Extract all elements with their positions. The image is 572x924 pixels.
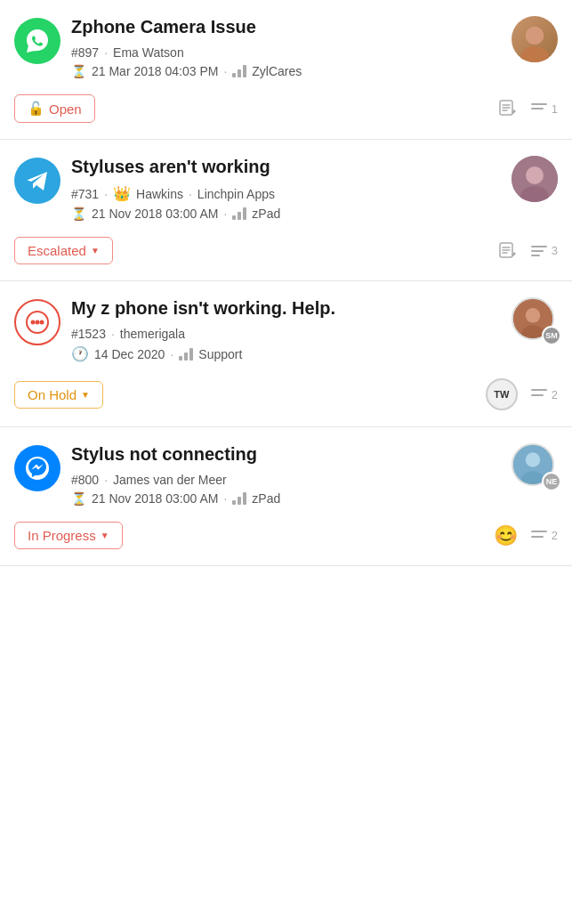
- assignee-2: Hawkins: [136, 187, 183, 201]
- svg-rect-11: [238, 212, 241, 220]
- svg-rect-12: [243, 207, 246, 220]
- list-icon-3: [530, 386, 548, 402]
- date-2: 21 Nov 2018 03:00 AM: [92, 207, 218, 221]
- ticket-id-2: #731: [71, 187, 99, 201]
- ticket-info-3: My z phone isn't working. Help. #1523 · …: [71, 297, 512, 373]
- org-1: ZylCares: [252, 64, 302, 78]
- ticket-title-3: My z phone isn't working. Help.: [71, 297, 512, 320]
- svg-rect-26: [189, 348, 193, 361]
- avatar-badge-3: SM: [542, 326, 561, 345]
- list-icon-2: [530, 243, 548, 259]
- avatar-3: SM: [512, 297, 558, 344]
- list-icon-4: [530, 528, 548, 544]
- svg-point-37: [526, 452, 541, 467]
- clock-icon-3: 🕐: [71, 345, 89, 362]
- crown-icon-2: 👑: [113, 185, 131, 202]
- whatsapp-icon: [14, 18, 60, 64]
- avatar-badge-4: NE: [542, 472, 561, 491]
- company-2: Linchpin Apps: [197, 187, 275, 201]
- ticket-card-4: Stylus not connecting #800 · James van d…: [0, 427, 572, 566]
- svg-rect-1: [238, 69, 241, 77]
- date-3: 14 Dec 2020: [94, 347, 165, 361]
- svg-rect-35: [243, 492, 246, 505]
- svg-point-14: [526, 166, 544, 184]
- edit-action-2[interactable]: [498, 241, 518, 261]
- list-count-1: 1: [552, 102, 558, 116]
- avatar-4: NE: [512, 443, 558, 490]
- avatar-1: [512, 16, 558, 62]
- ticket-info-1: Zphone Camera Issue #897 · Ema Watson ⏳ …: [71, 16, 512, 89]
- svg-rect-2: [243, 65, 246, 77]
- dropdown-arrow-3: ▼: [81, 390, 90, 400]
- date-4: 21 Nov 2018 03:00 AM: [92, 491, 218, 506]
- assignee-4: James van der Meer: [113, 473, 227, 487]
- svg-point-22: [36, 320, 40, 325]
- svg-rect-24: [179, 356, 182, 361]
- list-action-2[interactable]: 3: [530, 243, 558, 259]
- hourglass-icon-1: ⏳: [71, 64, 86, 78]
- ticket-info-2: Styluses aren't working #731 · 👑 Hawkins…: [71, 156, 512, 231]
- list-action-3[interactable]: 2: [530, 386, 558, 402]
- avatar-2: [512, 156, 558, 202]
- svg-point-21: [31, 320, 36, 325]
- status-badge-2[interactable]: Escalated ▼: [14, 237, 113, 264]
- ticket-card-3: My z phone isn't working. Help. #1523 · …: [0, 281, 572, 427]
- helpdesk-icon: [14, 299, 60, 345]
- telegram-icon: [14, 158, 60, 204]
- ticket-id-3: #1523: [71, 327, 106, 341]
- ticket-info-4: Stylus not connecting #800 · James van d…: [71, 443, 512, 516]
- ticket-card-1: Zphone Camera Issue #897 · Ema Watson ⏳ …: [0, 0, 572, 140]
- assignee-1: Ema Watson: [113, 45, 184, 60]
- svg-point-6: [520, 46, 549, 62]
- dropdown-arrow-2: ▼: [91, 246, 100, 255]
- svg-rect-25: [184, 353, 188, 361]
- network-icon-3: [179, 348, 193, 361]
- status-label-2: Escalated: [28, 243, 86, 258]
- org-4: zPad: [252, 491, 280, 506]
- list-count-4: 2: [552, 529, 558, 542]
- hourglass-icon-2: ⏳: [71, 207, 86, 221]
- list-count-2: 3: [552, 244, 558, 257]
- network-icon-4: [232, 492, 246, 505]
- date-1: 21 Mar 2018 04:03 PM: [92, 64, 218, 78]
- hourglass-icon-4: ⏳: [71, 491, 86, 506]
- edit-icon-2: [498, 241, 518, 261]
- dropdown-arrow-4: ▼: [101, 531, 109, 540]
- svg-point-28: [526, 308, 541, 323]
- status-label-4: In Progress: [28, 528, 96, 543]
- ticket-title-2: Styluses aren't working: [71, 156, 512, 178]
- edit-action-1[interactable]: [498, 99, 518, 118]
- status-label-3: On Hold: [28, 387, 77, 402]
- list-icon-1: [530, 101, 548, 117]
- lock-icon-1: 🔓: [28, 101, 44, 117]
- status-badge-1[interactable]: 🔓 Open: [14, 94, 95, 123]
- list-action-4[interactable]: 2: [530, 528, 558, 544]
- messenger-icon: [14, 445, 60, 491]
- ticket-id-4: #800: [71, 473, 99, 487]
- svg-rect-0: [232, 73, 236, 77]
- org-3: Support: [198, 347, 242, 361]
- assignee-3: themerigala: [120, 327, 185, 341]
- tw-avatar: TW: [486, 378, 518, 410]
- list-count-3: 2: [552, 388, 558, 401]
- org-2: zPad: [252, 207, 280, 221]
- network-icon-1: [232, 65, 246, 77]
- smiley-icon-4: 😊: [494, 524, 518, 547]
- svg-rect-10: [232, 215, 236, 220]
- edit-icon-1: [498, 99, 518, 118]
- status-badge-3[interactable]: On Hold ▼: [14, 381, 103, 409]
- ticket-title-1: Zphone Camera Issue: [71, 16, 512, 38]
- ticket-title-4: Stylus not connecting: [71, 443, 512, 466]
- status-label-1: Open: [49, 101, 82, 117]
- network-icon-2: [232, 207, 246, 220]
- svg-rect-34: [238, 497, 241, 505]
- list-action-1[interactable]: 1: [530, 101, 558, 117]
- ticket-id-1: #897: [71, 45, 99, 60]
- svg-rect-33: [232, 500, 236, 505]
- svg-point-23: [40, 320, 44, 325]
- ticket-card-2: Styluses aren't working #731 · 👑 Hawkins…: [0, 140, 572, 281]
- svg-point-5: [526, 27, 544, 45]
- status-badge-4[interactable]: In Progress ▼: [14, 522, 123, 549]
